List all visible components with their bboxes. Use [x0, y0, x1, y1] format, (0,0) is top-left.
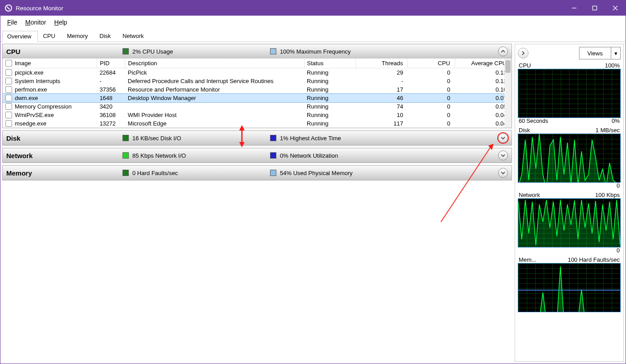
section-cpu: CPU 2% CPU Usage 100% Maximum Frequency …	[2, 44, 512, 128]
col-threads[interactable]: Threads	[356, 59, 408, 68]
section-title: CPU	[6, 48, 123, 55]
swatch-icon	[270, 48, 276, 54]
section-memory: Memory 0 Hard Faults/sec 54% Used Physic…	[2, 165, 512, 180]
col-image[interactable]: Image	[3, 59, 97, 68]
menu-monitor[interactable]: Monitor	[21, 17, 51, 28]
tab-network[interactable]: Network	[118, 30, 151, 42]
checkbox[interactable]	[5, 86, 12, 93]
section-header-network[interactable]: Network 85 Kbps Network I/O 0% Network U…	[3, 148, 512, 163]
tab-cpu[interactable]: CPU	[38, 30, 62, 42]
swatch-icon	[123, 152, 129, 159]
resmon-icon	[5, 4, 12, 12]
expand-down-icon[interactable]	[498, 168, 508, 178]
maximize-button[interactable]	[584, 0, 605, 16]
views-dropdown[interactable]: Views ▾	[579, 47, 621, 59]
chevron-down-icon[interactable]: ▾	[611, 47, 620, 59]
collapse-up-icon[interactable]	[498, 46, 508, 56]
col-status[interactable]: Status	[304, 59, 356, 68]
minimize-button[interactable]	[564, 0, 584, 16]
table-row[interactable]: System Interrupts-Deferred Procedure Cal…	[3, 77, 512, 85]
titlebar: Resource Monitor	[0, 0, 626, 16]
expand-down-icon[interactable]	[498, 133, 508, 143]
swatch-icon	[123, 170, 129, 176]
menubar: File Monitor Help	[0, 16, 626, 29]
cpu-process-table: Image PID Description Status Threads CPU…	[3, 59, 512, 128]
chart-network: Network100 Kbps0	[518, 192, 621, 254]
swatch-icon	[270, 152, 276, 159]
table-row[interactable]: dwm.exe1648Desktop Window ManagerRunning…	[3, 94, 512, 102]
table-row[interactable]: WmiPrvSE.exe36108WMI Provider HostRunnin…	[3, 111, 512, 119]
menu-help[interactable]: Help	[50, 17, 71, 28]
close-button[interactable]	[605, 0, 626, 16]
table-row[interactable]: perfmon.exe37356Resource and Performance…	[3, 85, 512, 94]
col-avgcpu[interactable]: Average CPU	[455, 59, 511, 68]
section-header-memory[interactable]: Memory 0 Hard Faults/sec 54% Used Physic…	[3, 166, 512, 180]
chart-mem: Mem...100 Hard Faults/sec	[518, 256, 621, 312]
table-row[interactable]: Memory Compression3420Running7400.05	[3, 102, 512, 111]
section-header-disk[interactable]: Disk 16 KB/sec Disk I/O 1% Highest Activ…	[3, 131, 512, 145]
chart-disk: Disk1 MB/sec0	[518, 127, 621, 189]
swatch-icon	[123, 48, 129, 54]
checkbox[interactable]	[5, 69, 12, 76]
pane-collapse-icon[interactable]	[518, 48, 529, 59]
checkbox[interactable]	[5, 103, 12, 110]
tab-disk[interactable]: Disk	[95, 30, 118, 42]
expand-down-icon[interactable]	[498, 151, 508, 160]
table-row[interactable]: msedge.exe13272Microsoft EdgeRunning1170…	[3, 119, 512, 128]
tabstrip: Overview CPU Memory Disk Network	[0, 29, 626, 42]
checkbox[interactable]	[5, 120, 12, 127]
swatch-icon	[270, 135, 276, 141]
section-header-cpu[interactable]: CPU 2% CPU Usage 100% Maximum Frequency	[3, 44, 512, 59]
section-disk: Disk 16 KB/sec Disk I/O 1% Highest Activ…	[2, 130, 512, 146]
swatch-icon	[270, 170, 276, 176]
window-title: Resource Monitor	[16, 5, 63, 12]
col-description[interactable]: Description	[125, 59, 304, 68]
chart-cpu: CPU100%60 Seconds0%	[518, 62, 621, 124]
col-cpu[interactable]: CPU	[408, 59, 455, 68]
tab-overview[interactable]: Overview	[2, 31, 38, 42]
tab-memory[interactable]: Memory	[62, 30, 95, 42]
checkbox[interactable]	[5, 78, 12, 84]
menu-file[interactable]: File	[3, 17, 21, 28]
section-network: Network 85 Kbps Network I/O 0% Network U…	[2, 148, 512, 163]
right-pane: Views ▾ CPU100%60 Seconds0%Disk1 MB/sec0…	[515, 44, 624, 362]
left-pane: CPU 2% CPU Usage 100% Maximum Frequency …	[2, 44, 512, 362]
scrollbar[interactable]	[504, 59, 512, 128]
checkbox[interactable]	[5, 95, 12, 101]
col-pid[interactable]: PID	[97, 59, 125, 68]
checkbox[interactable]	[5, 60, 12, 67]
svg-rect-1	[593, 6, 597, 10]
swatch-icon	[123, 135, 129, 141]
checkbox[interactable]	[5, 112, 12, 118]
table-row[interactable]: picpick.exe22684PicPickRunning2900.13	[3, 68, 512, 77]
